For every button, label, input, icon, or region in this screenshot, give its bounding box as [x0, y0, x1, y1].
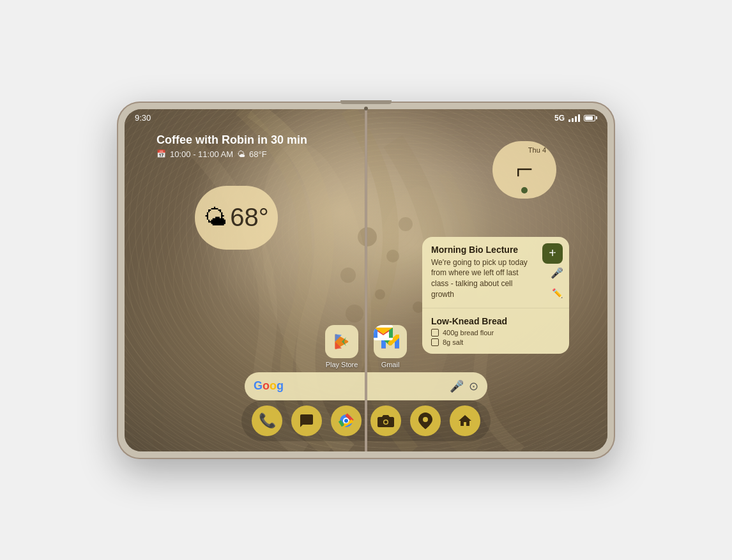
checklist-box-salt[interactable]: [431, 338, 439, 346]
notes-bread-title: Low-Knead Bread: [431, 316, 537, 326]
notes-lecture-text: We're going to pick up today from where …: [431, 257, 537, 300]
weather-widget[interactable]: 🌤 68°: [195, 186, 278, 250]
dock-chrome-icon[interactable]: [331, 405, 362, 436]
gmail-label: Gmail: [381, 361, 400, 368]
svg-point-15: [344, 419, 348, 423]
calendar-time: 10:00 - 11:00 AM: [170, 149, 233, 159]
gmail-m-letter: [374, 325, 393, 344]
clock-indicator-dot: [521, 187, 528, 193]
clock-date-num: 4: [542, 146, 546, 154]
weather-inline-icon: 🌤: [237, 149, 245, 159]
notes-bread-content: Low-Knead Bread 400g bread flour 8g salt: [431, 316, 537, 346]
weather-sun-icon: 🌤: [204, 204, 227, 231]
status-time: 9:30: [135, 113, 151, 123]
dock-messages-icon[interactable]: [291, 405, 322, 436]
calendar-event-detail: 📅 10:00 - 11:00 AM 🌤 68°F: [156, 149, 307, 159]
camera-bump: [340, 100, 392, 104]
checklist-box-flour[interactable]: [431, 329, 439, 337]
notes-widget[interactable]: Morning Bio Lecture We're going to pick …: [422, 237, 569, 354]
checklist-label-flour: 400g bread flour: [443, 329, 494, 337]
network-label: 5G: [554, 114, 565, 123]
checklist-item-salt: 8g salt: [431, 338, 537, 346]
calendar-event-title: Coffee with Robin in 30 min: [156, 133, 307, 147]
notes-mic-icon[interactable]: 🎤: [551, 267, 563, 279]
status-bar: 9:30 5G: [125, 109, 607, 127]
play-store-label: Play Store: [326, 361, 358, 368]
svg-point-17: [385, 420, 388, 423]
app-icons-row: Play Store: [325, 325, 407, 368]
dock-maps-icon[interactable]: [410, 405, 441, 436]
dock-camera-icon[interactable]: [370, 405, 401, 436]
status-icons: 5G: [554, 114, 597, 123]
gmail-icon[interactable]: [374, 325, 407, 358]
weather-temperature: 68°: [230, 203, 269, 232]
search-bar[interactable]: Goog 🎤 ⊙: [245, 372, 487, 400]
notes-lecture-title: Morning Bio Lecture: [431, 245, 537, 255]
notes-section-lecture[interactable]: Morning Bio Lecture We're going to pick …: [422, 237, 569, 308]
calendar-widget[interactable]: Coffee with Robin in 30 min 📅 10:00 - 11…: [156, 133, 307, 159]
camera-dot: [364, 107, 368, 110]
phone-screen: 9:30 5G Coffee with Robin in 3: [125, 109, 607, 451]
notes-lecture-content: Morning Bio Lecture We're going to pick …: [431, 245, 537, 300]
weather-inline-temp: 68°F: [249, 149, 267, 159]
checklist-item-flour: 400g bread flour: [431, 329, 537, 337]
notes-checkbox-icon[interactable]: ☑: [553, 246, 561, 258]
signal-bars-icon: [568, 114, 580, 122]
mic-icon[interactable]: 🎤: [450, 379, 464, 393]
dock-home-icon[interactable]: [450, 405, 480, 436]
notes-section-bread[interactable]: Low-Knead Bread 400g bread flour 8g salt: [422, 308, 569, 354]
calendar-icon: 📅: [156, 149, 166, 158]
svg-point-18: [423, 417, 428, 422]
gmail-app[interactable]: Gmail: [374, 325, 407, 368]
lens-icon[interactable]: ⊙: [469, 379, 478, 393]
battery-icon: [584, 115, 597, 121]
checklist-label-salt: 8g salt: [443, 338, 463, 346]
dock: 📞: [241, 400, 491, 441]
play-store-app[interactable]: Play Store: [325, 325, 358, 368]
notes-pencil-icon[interactable]: ✏️: [552, 288, 563, 298]
play-store-icon[interactable]: [325, 325, 358, 358]
foldable-phone: 9:30 5G Coffee with Robin in 3: [117, 102, 615, 459]
google-logo: Goog: [254, 379, 284, 393]
clock-widget[interactable]: Thu 4 ⌐: [492, 141, 556, 199]
dock-phone-icon[interactable]: 📞: [252, 405, 282, 436]
clock-display: ⌐: [515, 154, 533, 185]
